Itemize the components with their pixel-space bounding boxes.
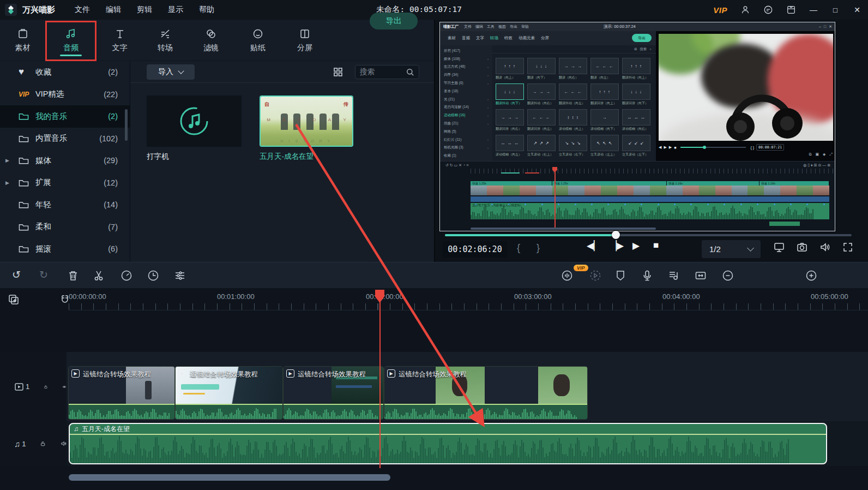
sidebar-item-extensions[interactable]: ▶ 扩展(12) <box>0 172 130 194</box>
mini-keyframe-dot <box>690 204 692 205</box>
audio-track-number: ♫ 1 <box>14 439 26 449</box>
album-cover: 自 传 MAYDAY H I S T O R Y <box>261 97 352 146</box>
expand-arrow-icon[interactable]: ▶ <box>5 180 9 186</box>
search-input[interactable]: 搜索 <box>355 65 419 79</box>
sidebar-item-builtin-music[interactable]: 内置音乐(102) <box>0 128 130 150</box>
add-marker-icon[interactable] <box>8 294 20 306</box>
tab-transition[interactable]: 转场 <box>143 20 188 61</box>
folder-icon <box>19 244 29 253</box>
tab-splitscreen[interactable]: 分屏 <box>281 20 328 61</box>
zoom-out-button[interactable] <box>721 269 734 282</box>
sidebar-item-rock[interactable]: 摇滚(6) <box>0 238 130 260</box>
mark-in-button[interactable]: { <box>517 242 520 254</box>
sidebar-item-media[interactable]: ▶ 媒体(29) <box>0 150 130 172</box>
apps-icon[interactable] <box>786 5 796 15</box>
render-preview-button[interactable] <box>589 269 602 282</box>
next-frame-button[interactable]: ▕▶ <box>610 240 624 252</box>
mini-speed-label: 快速 1.16x <box>760 181 829 186</box>
audio-mixer-button[interactable] <box>667 269 680 282</box>
tab-media[interactable]: 素材 <box>0 20 45 61</box>
preview-seekbar[interactable] <box>445 234 852 236</box>
sidebar-item-soft[interactable]: 柔和(7) <box>0 216 130 238</box>
chevron-down-icon <box>747 244 754 252</box>
sidebar-scrollbar[interactable] <box>125 109 128 141</box>
sidebar-item-favorites[interactable]: ♥ 收藏(2) <box>0 61 130 83</box>
mini-menu-item: 视图 <box>498 24 506 29</box>
mark-out-button[interactable]: } <box>537 242 540 254</box>
play-button[interactable]: ▶ <box>632 240 640 252</box>
eye-icon[interactable] <box>62 382 67 392</box>
volume-icon[interactable] <box>819 241 831 253</box>
maximize-button[interactable]: □ <box>831 6 840 14</box>
feedback-icon[interactable] <box>763 5 773 15</box>
sidebar-item-young[interactable]: 年轻(14) <box>0 194 130 216</box>
speed-button[interactable] <box>120 269 133 282</box>
mini-category: 收藏 (1) <box>440 152 492 160</box>
sidebar-item-vip[interactable]: VIP VIP精选(22) <box>0 83 130 106</box>
media-library-panel: 导入 搜索 打字机 自 传 MAYDAY H <box>130 61 434 262</box>
mini-keyframe-dot <box>558 204 559 205</box>
app-brand: 万兴喵影 <box>22 5 55 15</box>
seekbar-handle[interactable] <box>612 231 620 239</box>
video-clip-4[interactable]: ▶ 运镜结合转场效果教程 <box>384 367 587 419</box>
mark-button[interactable] <box>614 269 627 282</box>
mini-speed-label: 快速 1.25x <box>471 181 552 186</box>
record-voiceover-button[interactable] <box>641 269 654 282</box>
duration-button[interactable] <box>147 269 160 282</box>
lock-icon[interactable] <box>44 382 48 392</box>
audio-item-mayday[interactable]: 自 传 MAYDAY H I S T O R Y <box>260 95 353 147</box>
grid-view-icon[interactable] <box>333 67 343 77</box>
mini-transition-card: →滚动模糊（向下） <box>590 109 619 132</box>
mini-thumbnail <box>634 186 650 195</box>
zoom-in-button[interactable] <box>805 269 818 282</box>
video-track-icon <box>14 382 24 392</box>
fit-timeline-button[interactable] <box>694 269 707 282</box>
menu-item[interactable]: 文件 <box>75 5 90 15</box>
audio-clip-mayday[interactable]: ♫ 五月天-成名在望 <box>69 423 827 464</box>
split-scissors-button[interactable] <box>93 269 106 282</box>
sidebar-item-my-music[interactable]: 我的音乐(2) <box>0 105 130 128</box>
playback-quality-select[interactable]: 1/2 <box>702 240 761 258</box>
lock-icon[interactable] <box>40 439 46 449</box>
mini-category: 光 (21)› <box>440 95 492 104</box>
menu-item[interactable]: 编辑 <box>106 5 121 15</box>
ruler-label: 00:01:00:00 <box>217 292 266 301</box>
video-track: 1 ▶ 运镜结合转场效果教程 ▶ 运镜结合转场效果教程 <box>0 352 868 421</box>
menu-item[interactable]: 显示 <box>168 5 183 15</box>
previous-frame-button[interactable]: ◀▏ <box>587 240 601 252</box>
close-button[interactable]: ✕ <box>853 5 861 14</box>
audio-item-typewriter[interactable] <box>147 95 242 147</box>
import-button[interactable]: 导入 <box>147 64 195 80</box>
snapshot-icon[interactable] <box>796 241 808 253</box>
video-clip-3[interactable]: ▶ 运镜结合转场效果教程 <box>284 367 383 419</box>
stop-button[interactable]: ■ <box>653 240 659 251</box>
tab-text[interactable]: 文字 <box>97 20 143 61</box>
vip-badge[interactable]: VIP <box>713 5 727 15</box>
timeline-toolbar: ↺ ↻ <box>0 262 868 288</box>
export-button[interactable]: 导出 <box>370 13 418 29</box>
tab-sticker[interactable]: 贴纸 <box>234 20 281 61</box>
account-icon[interactable] <box>740 5 750 15</box>
mini-thumbnail <box>699 186 715 195</box>
tab-filter[interactable]: 滤镜 <box>188 20 234 61</box>
video-clip-1[interactable]: ▶ 运镜结合转场效果教程 <box>69 367 174 419</box>
mini-menu-item: 导出 <box>510 24 517 29</box>
redo-button[interactable]: ↻ <box>39 268 48 281</box>
video-clip-2[interactable]: ▶ 运镜结合转场效果教程 <box>176 367 282 419</box>
menu-item[interactable]: 帮助 <box>199 5 214 15</box>
folder-icon <box>19 178 29 187</box>
adjust-properties-button[interactable] <box>173 269 186 282</box>
minimize-button[interactable]: — <box>809 5 818 14</box>
mini-thumbnail <box>584 186 601 195</box>
denoise-button[interactable] <box>560 269 574 282</box>
mirror-screen-icon[interactable] <box>773 241 785 253</box>
timeline-ruler[interactable] <box>69 303 868 310</box>
timeline-scrollbar[interactable] <box>69 474 390 481</box>
menu-item[interactable]: 剪辑 <box>137 5 152 15</box>
undo-button[interactable]: ↺ <box>12 268 21 281</box>
delete-button[interactable] <box>67 269 80 282</box>
fullscreen-icon[interactable] <box>842 241 854 253</box>
expand-arrow-icon[interactable]: ▶ <box>5 158 9 163</box>
speaker-icon[interactable] <box>61 439 67 449</box>
mini-category: 网格 (5) <box>440 128 492 136</box>
